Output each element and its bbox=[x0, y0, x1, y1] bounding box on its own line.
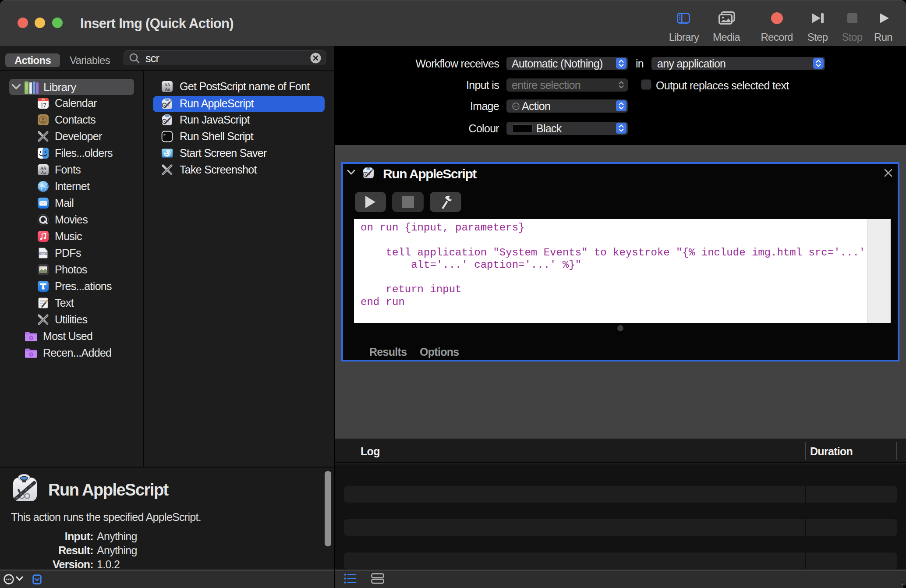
svg-text:Aa: Aa bbox=[41, 170, 46, 175]
svg-text:AA: AA bbox=[40, 166, 47, 170]
svg-text:Aa: Aa bbox=[165, 87, 170, 92]
svg-text:JUL: JUL bbox=[41, 98, 46, 101]
svg-text:AA: AA bbox=[164, 82, 171, 87]
svg-text:PDF: PDF bbox=[41, 252, 46, 255]
svg-text:>_: >_ bbox=[163, 133, 167, 137]
svg-text:17: 17 bbox=[40, 102, 46, 109]
